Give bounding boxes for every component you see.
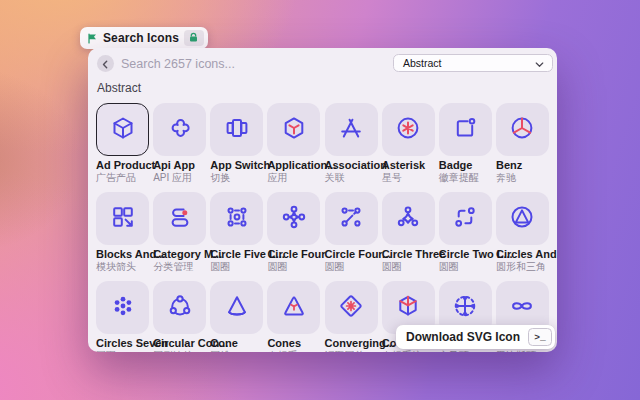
icon-tile[interactable]	[210, 103, 263, 156]
icon-name: Cone	[210, 337, 263, 349]
icon-cell: Benz奔驰	[496, 103, 549, 183]
icon-tile[interactable]	[96, 192, 149, 245]
circle-asterisk-icon	[394, 114, 422, 146]
api-clover-icon	[166, 114, 194, 146]
icon-name: Application...	[267, 159, 320, 171]
icon-chinese-name: API 应用	[153, 171, 206, 183]
icon-name: Circle Five L...	[210, 248, 263, 260]
icon-chinese-name: 奔驰	[496, 171, 549, 183]
icon-name: Association	[325, 159, 378, 171]
icon-name: Circle Four...	[325, 248, 378, 260]
icon-name: App Switch	[210, 159, 263, 171]
icon-tile[interactable]	[496, 192, 549, 245]
icon-tile[interactable]	[153, 281, 206, 334]
icon-cell: Converging...汇聚网关	[325, 281, 378, 352]
icon-name: Badge	[439, 159, 492, 171]
coordinate-cube-icon	[394, 292, 422, 324]
chevron-down-icon	[535, 54, 544, 72]
search-icons-chip[interactable]: Search Icons	[80, 27, 208, 49]
circles-seven-icon	[109, 292, 137, 324]
icon-name: Circles And...	[496, 248, 549, 260]
icon-chinese-name: 圆圈	[325, 260, 378, 272]
download-svg-button[interactable]: Download SVG Icon >_	[396, 325, 555, 349]
section-title: Abstract	[97, 81, 141, 95]
icon-chinese-name: 圆形连接	[153, 349, 206, 352]
icon-chinese-name: 徽章提醒	[439, 171, 492, 183]
icon-chinese-name: 汇聚网关	[325, 349, 378, 352]
search-input[interactable]	[121, 54, 371, 73]
icon-tile[interactable]	[153, 192, 206, 245]
cube-3d-icon	[109, 114, 137, 146]
icon-chinese-name: 关联	[325, 171, 378, 183]
badge-dot-icon	[451, 114, 479, 146]
icon-tile[interactable]	[96, 281, 149, 334]
icon-chinese-name: 分类管理	[153, 260, 206, 272]
circle-two-line-icon	[451, 203, 479, 235]
icon-chinese-name: 圆圈	[210, 260, 263, 272]
chip-label: Search Icons	[103, 31, 179, 45]
category-dropdown[interactable]: Abstract	[393, 54, 553, 72]
icon-chinese-name: 圆锥	[210, 349, 263, 352]
icon-tile[interactable]	[382, 192, 435, 245]
icon-name: Cones	[267, 337, 320, 349]
icon-tile[interactable]	[96, 103, 149, 156]
icon-tile[interactable]	[325, 103, 378, 156]
icon-chinese-name: 圆形和三角	[496, 260, 549, 272]
icon-chinese-name: 圆圈	[439, 260, 492, 272]
icon-chinese-name: 坐标系	[267, 349, 320, 352]
infinity-ring-icon	[508, 292, 536, 324]
icon-name: Ad Product	[96, 159, 149, 171]
icon-tile[interactable]	[210, 192, 263, 245]
circle-four-line-icon	[337, 203, 365, 235]
icon-tile[interactable]	[267, 103, 320, 156]
icon-cell: App Switch切换	[210, 103, 263, 183]
icon-chinese-name: 应用	[267, 171, 320, 183]
icon-grid: Ad Product广告产品Api AppAPI 应用App Switch切换A…	[96, 103, 549, 352]
icon-name: Converging...	[325, 337, 378, 349]
category-list-icon	[166, 203, 194, 235]
icon-tile[interactable]	[267, 192, 320, 245]
icon-tile[interactable]	[210, 281, 263, 334]
icon-cell: Application...应用	[267, 103, 320, 183]
app-switch-icon	[223, 114, 251, 146]
icon-cell: Circle Two L...圆圈	[439, 192, 492, 272]
icon-name: Circular Con...	[153, 337, 206, 349]
back-button[interactable]	[97, 55, 114, 72]
lock-icon	[188, 29, 199, 47]
terminal-shortcut-key: >_	[528, 328, 552, 346]
converging-gateway-icon	[337, 292, 365, 324]
icon-chinese-name: 切换	[210, 171, 263, 183]
icon-chinese-name: 模块箭头	[96, 260, 149, 272]
icon-name: Circle Two L...	[439, 248, 492, 260]
icon-cell: Circles And...圆形和三角	[496, 192, 549, 272]
icon-chinese-name: 墨比斯环	[496, 349, 549, 352]
circle-three-icon	[394, 203, 422, 235]
blocks-arrow-icon	[109, 203, 137, 235]
icon-tile[interactable]	[267, 281, 320, 334]
icon-tile[interactable]	[439, 192, 492, 245]
icon-chinese-name: 圆圈	[96, 349, 149, 352]
icon-cell: Cone圆锥	[210, 281, 263, 352]
icon-tile[interactable]	[382, 103, 435, 156]
icon-tile[interactable]	[325, 281, 378, 334]
association-a-icon	[337, 114, 365, 146]
icon-name: Api App	[153, 159, 206, 171]
icon-tile[interactable]	[439, 103, 492, 156]
icon-name: Circle Three	[382, 248, 435, 260]
flag-icon	[87, 33, 98, 44]
chevron-left-icon	[101, 55, 110, 73]
cones-icon	[280, 292, 308, 324]
icon-name: Circles Seven	[96, 337, 149, 349]
icon-name: Asterisk	[382, 159, 435, 171]
icon-chinese-name: 交叉环	[439, 349, 492, 352]
icon-name: Blocks And...	[96, 248, 149, 260]
icon-cell: Category M...分类管理	[153, 192, 206, 272]
icon-cell: Circle Four...圆圈	[325, 192, 378, 272]
icon-cell: Association关联	[325, 103, 378, 183]
circular-connection-icon	[166, 292, 194, 324]
icon-chinese-name: 星号	[382, 171, 435, 183]
circle-triangle-icon	[508, 203, 536, 235]
icon-tile[interactable]	[496, 103, 549, 156]
icon-tile[interactable]	[153, 103, 206, 156]
icon-tile[interactable]	[325, 192, 378, 245]
